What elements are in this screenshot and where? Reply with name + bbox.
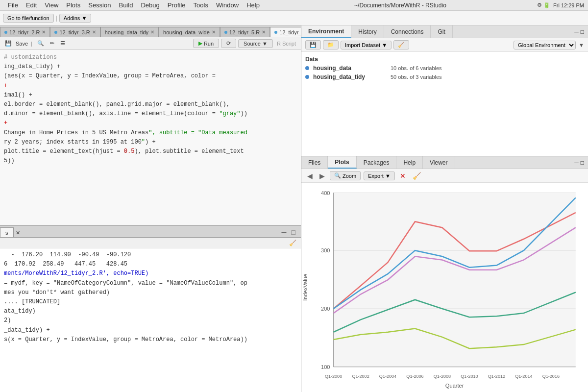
goto-label: Go to file/function bbox=[7, 15, 49, 21]
tab-housing-tidy[interactable]: housing_data_tidy ✕ bbox=[100, 27, 159, 37]
zoom-button[interactable]: 🔍 Zoom bbox=[330, 171, 361, 180]
plot-minimize-btn[interactable]: ─ bbox=[574, 159, 579, 166]
env-content: Data housing_data 10 obs. of 6 variables… bbox=[301, 52, 588, 156]
tab-dot bbox=[4, 31, 7, 34]
menu-plots[interactable]: Plots bbox=[62, 0, 84, 10]
menu-help[interactable]: Help bbox=[243, 0, 264, 10]
tab-close-icon[interactable]: ✕ bbox=[150, 29, 154, 35]
code-line: ing_data_tidy) + bbox=[4, 62, 297, 72]
main-content: 12_tidyr_2.R ✕ 12_tidyr_3.R ✕ housing_da… bbox=[0, 25, 588, 392]
console-line: s(x = Quarter, y = IndexValue, group = M… bbox=[4, 335, 297, 344]
console-tab-bar: s ✕ ─ □ bbox=[0, 226, 301, 238]
tab-label: 12_tidyr_2.R bbox=[9, 29, 40, 35]
env-maximize-btn[interactable]: □ bbox=[581, 28, 584, 35]
plot-maximize-btn[interactable]: □ bbox=[581, 159, 584, 166]
code-line: el.border = element_blank(), panel.grid.… bbox=[4, 100, 297, 109]
tab-history[interactable]: History bbox=[351, 25, 384, 38]
svg-text:IndexValue: IndexValue bbox=[302, 274, 308, 301]
menu-tools[interactable]: Tools bbox=[190, 0, 212, 10]
minimize-btn[interactable]: ─ bbox=[280, 228, 288, 236]
zoom-icon: 🔍 bbox=[334, 172, 341, 179]
console-toolbar: 🧹 bbox=[0, 238, 301, 248]
svg-text:Q1-2000: Q1-2000 bbox=[325, 374, 342, 379]
editor-tab-bar: 12_tidyr_2.R ✕ 12_tidyr_3.R ✕ housing_da… bbox=[0, 25, 301, 37]
tab-dot bbox=[274, 31, 277, 34]
console-output[interactable]: - 176.20 114.90 -90.49 -90.120 6 170.92 … bbox=[0, 248, 301, 392]
plot-next-btn[interactable]: ▶ bbox=[318, 172, 327, 180]
svg-text:400: 400 bbox=[321, 191, 330, 196]
svg-text:Q1-2004: Q1-2004 bbox=[379, 374, 396, 379]
code-line: plot.title = element_text(hjust = 0.5), … bbox=[4, 147, 297, 156]
data-section-label: Data bbox=[305, 56, 584, 63]
var-desc: 10 obs. of 6 variables bbox=[391, 65, 442, 71]
menu-edit[interactable]: Edit bbox=[22, 0, 41, 10]
console-tab-console[interactable]: s bbox=[0, 227, 14, 237]
goto-file-button[interactable]: Go to file/function bbox=[3, 14, 54, 23]
plot-tab-bar: Files Plots Packages Help Viewer ─ □ bbox=[301, 156, 588, 169]
var-name: housing_data bbox=[313, 65, 387, 72]
tab-close-icon[interactable]: ✕ bbox=[92, 29, 96, 35]
maximize-btn[interactable]: □ bbox=[290, 228, 297, 236]
menu-profile[interactable]: Profile bbox=[164, 0, 190, 10]
tab-files[interactable]: Files bbox=[301, 156, 328, 169]
code-line: (aes(x = Quarter, y = IndexValue, group … bbox=[4, 72, 297, 81]
code-line: ry 2 years; index starts in 1995 at 100"… bbox=[4, 138, 297, 147]
svg-text:300: 300 bbox=[321, 248, 330, 254]
code-editor[interactable]: # ustomizations ing_data_tidy) + (aes(x … bbox=[0, 50, 301, 225]
console-resize: ─ □ bbox=[276, 228, 301, 237]
tab-housing-wide[interactable]: housing_data_wide ✕ bbox=[159, 27, 220, 37]
menu-view[interactable]: View bbox=[41, 0, 62, 10]
tab-plots[interactable]: Plots bbox=[328, 156, 356, 169]
search-icon-btn[interactable]: 🔍 bbox=[35, 39, 46, 48]
global-env-select[interactable]: Global Environment bbox=[514, 41, 576, 49]
addins-button[interactable]: Addins ▼ bbox=[59, 14, 92, 23]
script-type: R Script bbox=[277, 41, 296, 47]
clear-console-btn[interactable]: 🧹 bbox=[288, 240, 298, 246]
export-button[interactable]: Export ▼ bbox=[364, 172, 395, 180]
env-dot-icon bbox=[305, 75, 309, 79]
rerun-button[interactable]: ⟳ bbox=[221, 39, 236, 48]
console-close[interactable]: ✕ bbox=[16, 230, 20, 237]
menu-build[interactable]: Build bbox=[115, 0, 137, 10]
tab-viewer[interactable]: Viewer bbox=[423, 156, 455, 169]
env-clear-btn[interactable]: 🧹 bbox=[393, 40, 409, 49]
plot-prev-btn[interactable]: ◀ bbox=[305, 172, 315, 180]
run-button[interactable]: ▶ Run bbox=[193, 39, 219, 48]
source-button[interactable]: Source ▼ bbox=[238, 39, 273, 48]
env-save-btn[interactable]: 💾 bbox=[305, 40, 321, 49]
tab-12tidyr3[interactable]: 12_tidyr_3.R ✕ bbox=[50, 27, 100, 37]
broom-btn[interactable]: 🧹 bbox=[411, 172, 423, 180]
tab-close-icon[interactable]: ✕ bbox=[42, 29, 46, 35]
env-load-btn[interactable]: 📁 bbox=[323, 40, 339, 49]
delete-plot-btn[interactable]: ✕ bbox=[398, 172, 408, 180]
console-line: ata_tidy) bbox=[4, 307, 297, 316]
import-dataset-btn[interactable]: Import Dataset ▼ bbox=[341, 41, 392, 49]
tab-help[interactable]: Help bbox=[396, 156, 423, 169]
svg-text:Q1-2012: Q1-2012 bbox=[488, 374, 505, 379]
tab-12tidyr2[interactable]: 12_tidyr_2.R ✕ bbox=[0, 27, 50, 37]
tab-environment[interactable]: Environment bbox=[301, 25, 351, 38]
tab-close-icon[interactable]: ✕ bbox=[212, 29, 216, 35]
env-minimize-btn[interactable]: ─ bbox=[574, 28, 579, 35]
code-line: imal() + bbox=[4, 91, 297, 100]
comment-icon-btn[interactable]: ☰ bbox=[58, 39, 67, 48]
menu-session[interactable]: Session bbox=[84, 0, 115, 10]
tab-12tidyr-active[interactable]: 12_tidyr_... ✕ bbox=[270, 27, 301, 37]
menu-window[interactable]: Window bbox=[212, 0, 243, 10]
tab-connections[interactable]: Connections bbox=[384, 25, 431, 38]
right-panel: Environment History Connections Git ─ □ … bbox=[301, 25, 588, 392]
env-row-housing-tidy[interactable]: housing_data_tidy 50 obs. of 3 variables bbox=[305, 73, 584, 81]
env-panel-resize: ─ □ bbox=[570, 28, 588, 35]
tab-label: 12_tidyr_... bbox=[279, 29, 301, 35]
env-dropdown-arrow: ▼ bbox=[579, 42, 584, 48]
menu-debug[interactable]: Debug bbox=[137, 0, 163, 10]
tab-12tidyr5[interactable]: 12_tidyr_5.R ✕ bbox=[220, 27, 270, 37]
tab-close-icon[interactable]: ✕ bbox=[262, 29, 266, 35]
save-icon-btn[interactable]: 💾 bbox=[3, 39, 14, 48]
tab-git[interactable]: Git bbox=[431, 25, 452, 38]
env-row-housing-data[interactable]: housing_data 10 obs. of 6 variables bbox=[305, 64, 584, 73]
tab-packages[interactable]: Packages bbox=[357, 156, 397, 169]
menu-file[interactable]: File bbox=[4, 0, 22, 10]
editor-toolbar: 💾 Save | 🔍 ✏ ☰ ▶ Run ⟳ Source ▼ R Script bbox=[0, 37, 301, 50]
replace-icon-btn[interactable]: ✏ bbox=[48, 39, 56, 48]
